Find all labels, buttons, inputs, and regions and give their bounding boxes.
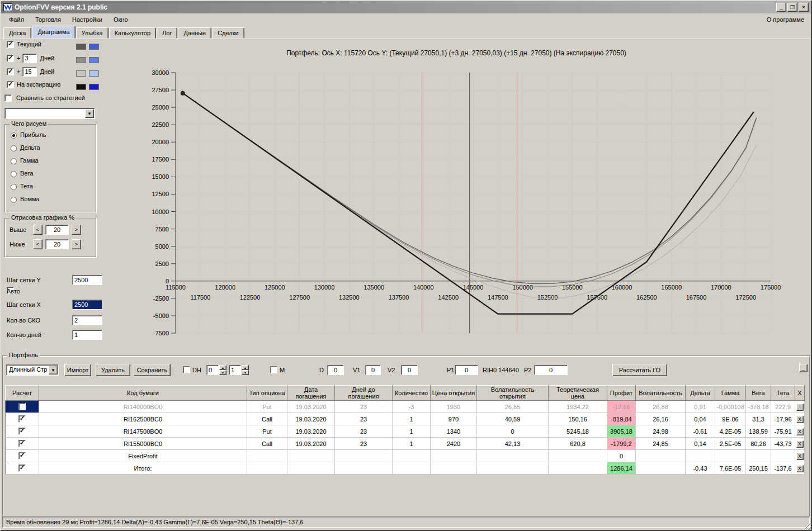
row-delete-cell[interactable]: X xyxy=(795,438,805,450)
row-calc-cell[interactable] xyxy=(6,413,39,425)
field-value-0[interactable]: 2500 xyxy=(72,275,102,285)
delete-row-icon[interactable]: X xyxy=(796,465,804,472)
series-days-field-2[interactable]: 15 xyxy=(22,67,37,77)
p2-field[interactable]: 0 xyxy=(534,365,568,375)
chevron-down-icon[interactable]: ▼ xyxy=(49,366,58,374)
minimize-button[interactable]: _ xyxy=(776,3,786,12)
x-tick-label: 135000 xyxy=(363,284,384,291)
tab-Сделки[interactable]: Сделки xyxy=(212,27,244,39)
d-field[interactable]: 0 xyxy=(327,365,344,375)
dh-spinner-1[interactable]: 0 ▲▼ xyxy=(206,365,226,375)
series-checkbox-0[interactable] xyxy=(7,41,14,48)
p1-field[interactable]: 0 xyxy=(455,365,478,375)
delete-row-icon[interactable]: X xyxy=(796,440,804,448)
compare-checkbox[interactable] xyxy=(4,94,12,102)
spin-down-icon[interactable]: ▼ xyxy=(242,370,249,375)
series-checkbox-3[interactable] xyxy=(7,81,14,88)
row-delete-cell[interactable]: X xyxy=(795,450,805,462)
tab-Калькулятор[interactable]: Калькулятор xyxy=(109,27,156,39)
row-checkbox-3[interactable] xyxy=(18,440,26,447)
decrease-button[interactable]: < xyxy=(33,225,43,235)
row-delete-cell[interactable]: X xyxy=(795,425,805,438)
field-value-1[interactable]: 2500 xyxy=(72,300,102,310)
row-delete-cell[interactable]: X xyxy=(795,413,805,425)
spin-up-icon[interactable]: ▲ xyxy=(219,365,226,370)
table-cell: -0,43 xyxy=(686,462,715,475)
table-cell xyxy=(431,462,477,475)
row-checkbox-0[interactable] xyxy=(18,403,26,410)
row-checkbox-1[interactable] xyxy=(18,415,26,423)
tab-Данные[interactable]: Данные xyxy=(178,27,211,39)
row-calc-cell[interactable] xyxy=(6,450,39,462)
decrease-button[interactable]: < xyxy=(33,239,43,249)
series-checkbox-1[interactable] xyxy=(7,55,14,62)
dh-spinner-2-value[interactable]: 1 xyxy=(229,365,241,375)
x-tick-label-minor: 172500 xyxy=(735,294,756,301)
table-cell: 9E-06 xyxy=(715,413,746,425)
menu-about[interactable]: О программе xyxy=(762,15,809,25)
delete-row-icon[interactable]: X xyxy=(796,404,804,411)
row-calc-cell[interactable] xyxy=(6,425,39,438)
delete-button[interactable]: Удалить xyxy=(96,364,130,376)
x-tick-label: 155000 xyxy=(562,284,583,291)
y-tick-label: 30000 xyxy=(152,69,169,76)
radio-Вега[interactable] xyxy=(11,171,17,177)
series-checkbox-2[interactable] xyxy=(7,68,14,75)
delete-row-icon[interactable]: X xyxy=(796,416,804,423)
dh-checkbox[interactable] xyxy=(183,366,190,373)
row-calc-cell[interactable] xyxy=(6,401,39,413)
calc-go-button[interactable]: Рассчитать ГО xyxy=(612,364,667,376)
radio-Гамма[interactable] xyxy=(11,158,17,164)
radio-Тета[interactable] xyxy=(11,184,17,190)
field-value-2[interactable]: 2 xyxy=(72,315,102,325)
delete-row-icon[interactable]: X xyxy=(796,453,804,460)
v2-field[interactable]: 0 xyxy=(401,365,418,375)
increase-button[interactable]: > xyxy=(72,239,81,249)
d-label: D xyxy=(319,367,324,373)
radio-Вомма[interactable] xyxy=(11,197,17,203)
series-label: Дней xyxy=(40,68,54,75)
radio-Прибыль[interactable] xyxy=(11,132,17,139)
m-checkbox[interactable] xyxy=(270,366,277,373)
menu-item-Настройки[interactable]: Настройки xyxy=(67,15,108,25)
row-calc-cell[interactable] xyxy=(6,462,39,475)
tab-Улыбка[interactable]: Улыбка xyxy=(76,27,108,39)
row-delete-cell[interactable]: X xyxy=(795,462,805,475)
chevron-down-icon[interactable]: ▼ xyxy=(85,109,94,118)
column-header-Волатильность открытия: Волатильность открытия xyxy=(477,386,549,401)
menu-item-Торговля[interactable]: Торговля xyxy=(30,15,67,25)
menu-item-Файл[interactable]: Файл xyxy=(3,15,30,25)
range-value-field[interactable]: 20 xyxy=(45,225,69,235)
row-delete-cell[interactable]: X xyxy=(795,401,805,413)
close-button[interactable]: ✕ xyxy=(799,3,809,12)
increase-button[interactable]: > xyxy=(72,225,81,235)
series-days-field-1[interactable]: 3 xyxy=(22,54,37,63)
row-checkbox-5[interactable] xyxy=(18,464,26,472)
delete-row-icon[interactable]: X xyxy=(796,428,804,435)
import-button[interactable]: Импорт xyxy=(64,364,91,376)
compare-strategy-select[interactable]: ▼ xyxy=(4,108,95,119)
tab-Диаграмма[interactable]: Диаграмма xyxy=(32,26,75,39)
dh-spinner-2[interactable]: 1 ▲▼ xyxy=(229,365,249,375)
radio-Дельта[interactable] xyxy=(11,145,17,151)
strategy-select[interactable]: Длинный Стр ▼ xyxy=(6,364,59,376)
table-cell: 620,8 xyxy=(549,438,607,450)
maximize-button[interactable]: ❐ xyxy=(787,3,797,12)
row-checkbox-2[interactable] xyxy=(18,428,26,435)
spin-up-icon[interactable]: ▲ xyxy=(242,365,249,370)
field-value-3[interactable]: 1 xyxy=(72,330,102,340)
tab-Лог[interactable]: Лог xyxy=(157,27,177,39)
dh-spinner-1-value[interactable]: 0 xyxy=(206,365,219,375)
range-value-field[interactable]: 20 xyxy=(45,239,69,249)
row-calc-cell[interactable] xyxy=(6,438,39,450)
v2-label: V2 xyxy=(388,367,395,373)
row-checkbox-4[interactable] xyxy=(18,452,26,459)
spin-down-icon[interactable]: ▼ xyxy=(219,370,226,375)
save-button[interactable]: Сохранить xyxy=(134,364,171,376)
series-label: Текущий xyxy=(17,41,41,48)
tab-Доска[interactable]: Доска xyxy=(3,27,31,39)
collapse-panel-button[interactable]: _ xyxy=(799,364,808,372)
table-cell: 138,59 xyxy=(746,425,771,438)
menu-item-Окно[interactable]: Окно xyxy=(108,15,134,25)
v1-field[interactable]: 0 xyxy=(365,365,381,375)
